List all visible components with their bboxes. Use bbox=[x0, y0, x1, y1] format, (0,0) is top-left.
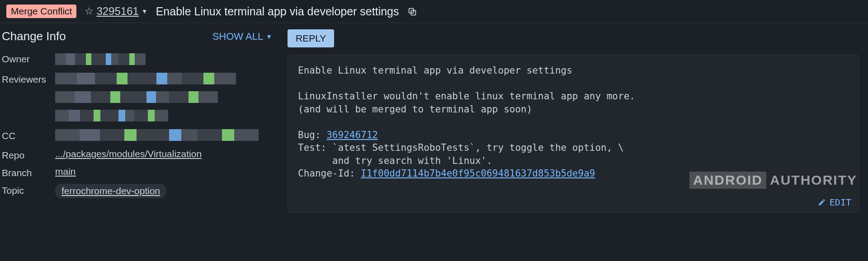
reviewers-value bbox=[55, 73, 275, 124]
topic-value: ferrochrome-dev-option bbox=[55, 184, 275, 198]
redacted-reviewer bbox=[55, 73, 236, 84]
owner-label: Owner bbox=[2, 52, 55, 65]
reviewers-label: Reviewers bbox=[2, 73, 55, 85]
bug-link[interactable]: 369246712 bbox=[326, 130, 378, 140]
copy-icon[interactable] bbox=[407, 6, 417, 17]
commit-body-line: (and will be merged to terminal app soon… bbox=[298, 104, 532, 115]
topic-link[interactable]: ferrochrome-dev-option bbox=[61, 186, 160, 196]
redacted-reviewer bbox=[55, 110, 168, 121]
topic-label: Topic bbox=[2, 184, 55, 196]
test-line: and try search with 'Linux'. bbox=[298, 155, 492, 166]
change-info-header: Change Info SHOW ALL ▼ bbox=[2, 29, 275, 43]
show-all-button[interactable]: SHOW ALL ▼ bbox=[212, 31, 272, 42]
page-header: Merge Conflict ☆ 3295161 ▼ Enable Linux … bbox=[0, 0, 868, 23]
star-icon[interactable]: ☆ bbox=[85, 5, 94, 17]
topic-chip[interactable]: ferrochrome-dev-option bbox=[55, 184, 166, 198]
info-grid: Owner Reviewers CC Repo .../packages/mod… bbox=[2, 52, 275, 198]
watermark-android: ANDROID bbox=[689, 172, 766, 189]
chevron-down-icon[interactable]: ▼ bbox=[142, 8, 148, 15]
test-line: Test: `atest SettingsRoboTests`, try tog… bbox=[298, 142, 624, 153]
watermark-authority: AUTHORITY bbox=[770, 172, 857, 188]
merge-conflict-badge: Merge Conflict bbox=[6, 5, 76, 18]
chevron-down-icon: ▼ bbox=[266, 33, 272, 40]
watermark: ANDROID AUTHORITY bbox=[689, 172, 857, 189]
change-number[interactable]: 3295161 bbox=[96, 5, 138, 18]
repo-label: Repo bbox=[2, 149, 55, 161]
edit-button[interactable]: EDIT bbox=[818, 196, 851, 209]
commit-title: Enable Linux terminal app via developer … bbox=[298, 65, 572, 76]
commit-message-box: Enable Linux terminal app via developer … bbox=[288, 55, 859, 213]
changeid-link[interactable]: I1f00dd7114b7b4e0f95c069481637d853b5de9a… bbox=[361, 168, 595, 179]
repo-value: .../packages/modules/Virtualization bbox=[55, 149, 275, 159]
repo-link[interactable]: .../packages/modules/Virtualization bbox=[55, 149, 202, 159]
changeid-label: Change-Id: bbox=[298, 168, 361, 179]
commit-body-line: LinuxInstaller wouldn't enable linux ter… bbox=[298, 91, 635, 102]
edit-label: EDIT bbox=[830, 196, 851, 209]
redacted-owner bbox=[55, 53, 146, 65]
redacted-cc bbox=[55, 129, 259, 141]
branch-value: main bbox=[55, 166, 275, 177]
change-id-group[interactable]: ☆ 3295161 ▼ bbox=[85, 5, 147, 18]
branch-link[interactable]: main bbox=[55, 166, 76, 177]
change-title: Enable Linux terminal app via developer … bbox=[156, 5, 399, 18]
reply-button[interactable]: REPLY bbox=[288, 29, 334, 47]
redacted-reviewer bbox=[55, 91, 218, 103]
show-all-label: SHOW ALL bbox=[212, 31, 263, 42]
change-info-panel: Change Info SHOW ALL ▼ Owner Reviewers C… bbox=[2, 29, 275, 213]
cc-value bbox=[55, 129, 275, 143]
owner-value bbox=[55, 52, 275, 67]
commit-header: REPLY bbox=[288, 29, 859, 47]
pencil-icon bbox=[818, 198, 826, 206]
cc-label: CC bbox=[2, 129, 55, 141]
change-info-title: Change Info bbox=[2, 29, 66, 43]
branch-label: Branch bbox=[2, 166, 55, 178]
bug-label: Bug: bbox=[298, 130, 326, 140]
